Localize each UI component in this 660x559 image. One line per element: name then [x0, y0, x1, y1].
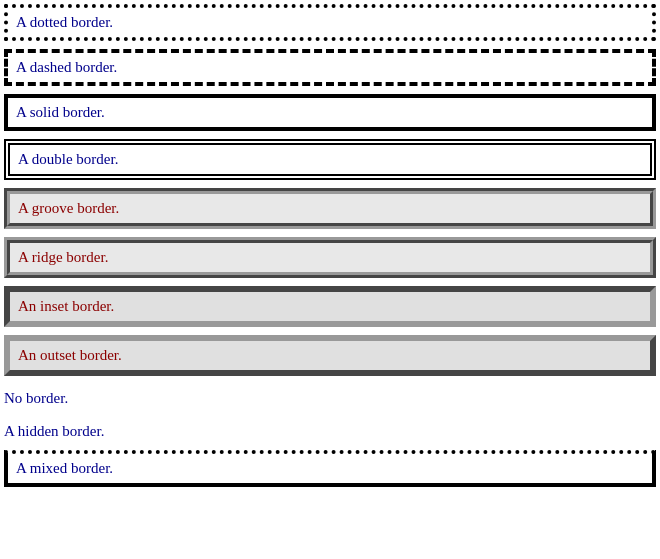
hidden-border-box: A hidden border.	[4, 417, 656, 446]
dashed-border-box: A dashed border.	[4, 49, 656, 86]
groove-border-box: A groove border.	[4, 188, 656, 229]
hidden-border-label: A hidden border.	[4, 423, 104, 439]
no-border-box: No border.	[4, 384, 656, 413]
dotted-border-label: A dotted border.	[16, 14, 113, 30]
solid-border-label: A solid border.	[16, 104, 105, 120]
ridge-border-box: A ridge border.	[4, 237, 656, 278]
inset-border-label: An inset border.	[18, 298, 114, 314]
double-border-label: A double border.	[18, 151, 118, 167]
solid-border-box: A solid border.	[4, 94, 656, 131]
ridge-border-label: A ridge border.	[18, 249, 108, 265]
dotted-border-box: A dotted border.	[4, 4, 656, 41]
outset-border-box: An outset border.	[4, 335, 656, 376]
dashed-border-label: A dashed border.	[16, 59, 117, 75]
inset-border-box: An inset border.	[4, 286, 656, 327]
double-border-box: A double border.	[4, 139, 656, 180]
mixed-border-label: A mixed border.	[16, 460, 113, 476]
mixed-border-box: A mixed border.	[4, 450, 656, 487]
groove-border-label: A groove border.	[18, 200, 119, 216]
no-border-label: No border.	[4, 390, 68, 406]
outset-border-label: An outset border.	[18, 347, 122, 363]
